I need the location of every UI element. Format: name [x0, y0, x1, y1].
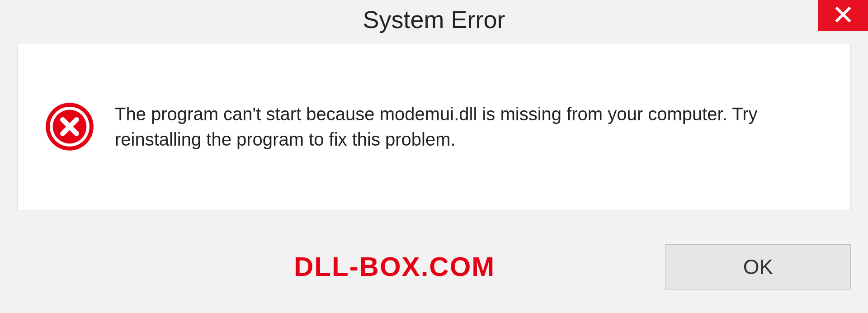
- close-icon: [834, 5, 852, 25]
- dialog-titlebar: System Error: [0, 0, 868, 38]
- close-button[interactable]: [818, 0, 868, 31]
- ok-button[interactable]: OK: [665, 244, 851, 289]
- watermark-text: DLL-BOX.COM: [294, 251, 495, 282]
- dialog-footer: DLL-BOX.COM OK: [0, 210, 868, 310]
- dialog-title: System Error: [363, 5, 505, 33]
- dialog-content: The program can't start because modemui.…: [17, 43, 851, 210]
- error-icon: [45, 102, 94, 152]
- error-message: The program can't start because modemui.…: [115, 101, 823, 152]
- ok-button-label: OK: [743, 255, 773, 279]
